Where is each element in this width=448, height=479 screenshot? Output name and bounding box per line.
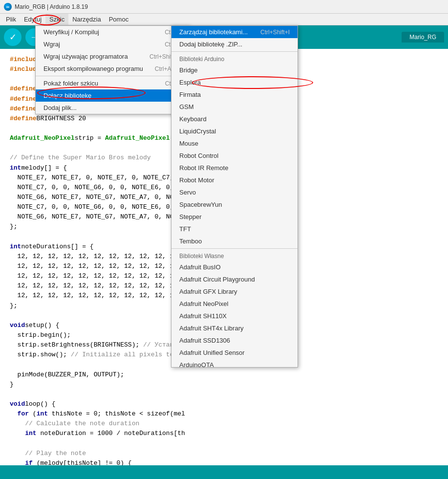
code-line: // Calculate the note duration — [10, 419, 438, 429]
title-text: Mario_RGB | Arduino 1.8.19 — [15, 3, 88, 10]
menu-esplora[interactable]: Esplora — [171, 76, 298, 88]
code-line: } — [10, 380, 438, 390]
menu-szkic[interactable]: Szkic — [45, 14, 68, 25]
menu-robot-control[interactable]: Robot Control — [171, 150, 298, 162]
menu-liquidcrystal[interactable]: LiquidCrystal — [171, 125, 298, 137]
menu-adafruit-circuit[interactable]: Adafruit Circuit Playground — [171, 273, 298, 285]
menu-adafruit-neopixel[interactable]: Adafruit NeoPixel — [171, 298, 298, 310]
code-line: int noteDuration = 1000 / noteDurations[… — [10, 429, 438, 438]
menu-eksport[interactable]: Eksport skompilowanego programu Ctrl+Alt… — [36, 63, 189, 75]
editor-tab[interactable]: Mario_RG — [402, 32, 444, 43]
menu-pokaz-folder[interactable]: Pokaż folder szkicu Ctrl+K — [36, 77, 189, 89]
wlasne-section-header: Biblioteki Własne — [171, 250, 298, 261]
code-line: void loop() { — [10, 399, 438, 409]
menu-wgraj-programatora[interactable]: Wgraj używając programatora Ctrl+Shift+U — [36, 50, 189, 63]
menu-arduinoota[interactable]: ArduinoOTA — [171, 359, 298, 368]
szkic-dropdown: Weryfikuj / Kompiluj Ctrl+R Wgraj Ctrl+U… — [35, 25, 190, 114]
separator — [171, 248, 298, 249]
menu-narzedzia[interactable]: Narzędzia — [68, 14, 105, 25]
separator — [36, 76, 189, 76]
menu-adafruit-busio[interactable]: Adafruit BusIO — [171, 261, 298, 273]
menu-spacebrewyun[interactable]: SpacebrewYun — [171, 198, 298, 211]
code-line — [10, 438, 438, 448]
menu-bridge[interactable]: Bridge — [171, 64, 298, 76]
verify-icon: ✓ — [9, 32, 17, 43]
code-line — [10, 390, 438, 399]
menu-adafruit-unified[interactable]: Adafruit Unified Sensor — [171, 347, 298, 359]
menu-weryfikuj[interactable]: Weryfikuj / Kompiluj Ctrl+R — [36, 26, 189, 38]
app-icon: ∞ — [4, 3, 12, 11]
menu-firmata[interactable]: Firmata — [171, 88, 298, 101]
menu-adafruit-ssd1306[interactable]: Adafruit SSD1306 — [171, 334, 298, 347]
menu-adafruit-gfx[interactable]: Adafruit GFX Library — [171, 285, 298, 298]
menu-robot-ir-remote[interactable]: Robot IR Remote — [171, 162, 298, 174]
menu-plik[interactable]: Plik — [2, 14, 20, 25]
menu-dodaj-plik[interactable]: Dodaj plik... — [36, 102, 189, 114]
menu-adafruit-sht4x[interactable]: Adafruit SHT4x Library — [171, 322, 298, 334]
menu-gsm[interactable]: GSM — [171, 101, 298, 113]
code-line: for (int thisNote = 0; thisNote < sizeof… — [10, 409, 438, 419]
code-line: pinMode(BUZZER_PIN, OUTPUT); — [10, 370, 438, 380]
menu-edytuj[interactable]: Edytuj — [20, 14, 45, 25]
biblioteka-submenu: Zarządzaj bibliotekami... Ctrl+Shift+I D… — [171, 25, 298, 368]
menu-adafruit-sh110x[interactable]: Adafruit SH110X — [171, 310, 298, 322]
code-line: if (melody[thisNote] != 0) { — [10, 458, 438, 465]
menu-wgraj[interactable]: Wgraj Ctrl+U — [36, 38, 189, 50]
menu-stepper[interactable]: Stepper — [171, 211, 298, 223]
menu-robot-motor[interactable]: Robot Motor — [171, 174, 298, 186]
menu-bar: Plik Edytuj Szkic Narzędzia Pomoc — [0, 14, 448, 25]
menu-mouse[interactable]: Mouse — [171, 137, 298, 150]
menu-tft[interactable]: TFT — [171, 223, 298, 235]
menu-dodaj-zip[interactable]: Dodaj bibliotekę .ZIP... — [171, 38, 298, 50]
menu-temboo[interactable]: Temboo — [171, 235, 298, 247]
menu-servo[interactable]: Servo — [171, 186, 298, 198]
verify-button[interactable]: ✓ — [4, 28, 21, 46]
status-bar — [0, 465, 448, 479]
code-line: // Play the note — [10, 449, 438, 458]
title-bar: ∞ Mario_RGB | Arduino 1.8.19 — [0, 0, 448, 14]
menu-zarzadzaj-bibliotekami[interactable]: Zarządzaj bibliotekami... Ctrl+Shift+I — [171, 26, 298, 38]
menu-dolacz-biblioteke[interactable]: Dołącz bibliotekę ▶ — [36, 89, 189, 102]
menu-pomoc[interactable]: Pomoc — [105, 14, 132, 25]
arduino-section-header: Biblioteki Arduino — [171, 53, 298, 64]
menu-keyboard[interactable]: Keyboard — [171, 113, 298, 125]
separator — [171, 51, 298, 52]
